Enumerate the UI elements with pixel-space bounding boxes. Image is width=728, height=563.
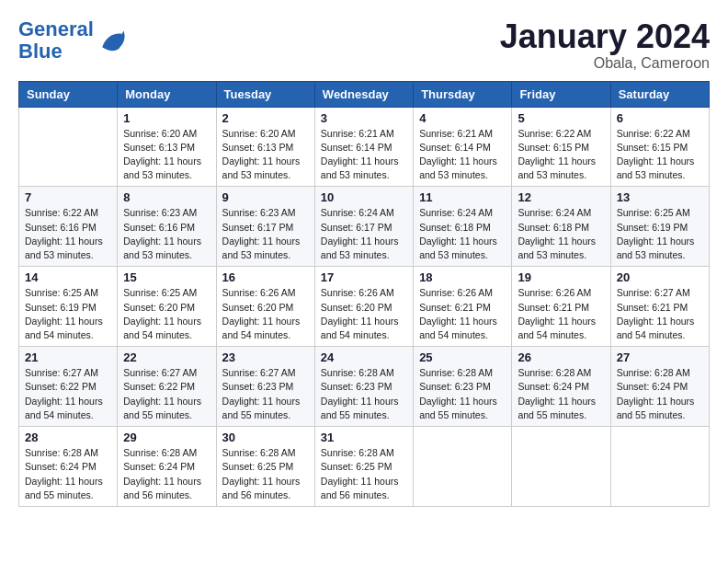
day-number: 9 [222,190,309,204]
calendar-cell [414,427,512,507]
calendar-cell [512,427,610,507]
week-row-2: 7Sunrise: 6:22 AM Sunset: 6:16 PM Daylig… [19,187,710,267]
day-info: Sunrise: 6:21 AM Sunset: 6:14 PM Dayligh… [321,127,407,183]
calendar-cell: 2Sunrise: 6:20 AM Sunset: 6:13 PM Daylig… [216,107,314,187]
location: Obala, Cameroon [500,55,710,72]
day-info: Sunrise: 6:28 AM Sunset: 6:23 PM Dayligh… [419,366,506,422]
calendar-cell: 7Sunrise: 6:22 AM Sunset: 6:16 PM Daylig… [19,187,118,267]
day-number: 6 [617,111,703,125]
day-number: 7 [25,190,111,204]
calendar-cell [610,427,709,507]
day-info: Sunrise: 6:21 AM Sunset: 6:14 PM Dayligh… [419,127,506,183]
day-number: 17 [321,270,407,284]
day-number: 10 [321,190,407,204]
calendar-cell: 24Sunrise: 6:28 AM Sunset: 6:23 PM Dayli… [314,347,413,427]
day-info: Sunrise: 6:24 AM Sunset: 6:17 PM Dayligh… [321,206,407,262]
weekday-header-wednesday: Wednesday [314,81,413,107]
calendar-cell: 26Sunrise: 6:28 AM Sunset: 6:24 PM Dayli… [512,347,610,427]
day-info: Sunrise: 6:28 AM Sunset: 6:25 PM Dayligh… [321,446,407,502]
logo-bird-icon [96,24,129,57]
day-number: 29 [123,431,210,444]
calendar-cell: 1Sunrise: 6:20 AM Sunset: 6:13 PM Daylig… [118,107,216,187]
day-info: Sunrise: 6:28 AM Sunset: 6:24 PM Dayligh… [617,366,703,422]
calendar-table: SundayMondayTuesdayWednesdayThursdayFrid… [18,81,710,507]
calendar-cell: 5Sunrise: 6:22 AM Sunset: 6:15 PM Daylig… [512,107,610,187]
calendar-cell: 20Sunrise: 6:27 AM Sunset: 6:21 PM Dayli… [610,267,709,347]
calendar-cell: 25Sunrise: 6:28 AM Sunset: 6:23 PM Dayli… [414,347,512,427]
day-number: 25 [419,350,506,364]
day-info: Sunrise: 6:25 AM Sunset: 6:20 PM Dayligh… [123,286,210,342]
calendar-cell: 16Sunrise: 6:26 AM Sunset: 6:20 PM Dayli… [216,267,314,347]
weekday-header-thursday: Thursday [414,81,512,107]
day-number: 1 [123,111,210,125]
day-info: Sunrise: 6:26 AM Sunset: 6:21 PM Dayligh… [518,286,604,342]
calendar-cell: 17Sunrise: 6:26 AM Sunset: 6:20 PM Dayli… [314,267,413,347]
week-row-5: 28Sunrise: 6:28 AM Sunset: 6:24 PM Dayli… [19,427,710,507]
day-number: 19 [518,270,604,284]
calendar-cell: 3Sunrise: 6:21 AM Sunset: 6:14 PM Daylig… [314,107,413,187]
calendar-cell: 28Sunrise: 6:28 AM Sunset: 6:24 PM Dayli… [19,427,118,507]
weekday-header-sunday: Sunday [19,81,118,107]
day-info: Sunrise: 6:22 AM Sunset: 6:15 PM Dayligh… [617,127,703,183]
calendar-cell: 27Sunrise: 6:28 AM Sunset: 6:24 PM Dayli… [610,347,709,427]
day-number: 16 [222,270,309,284]
day-info: Sunrise: 6:23 AM Sunset: 6:17 PM Dayligh… [222,206,309,262]
title-block: January 2024 Obala, Cameroon [500,18,710,72]
calendar-cell: 10Sunrise: 6:24 AM Sunset: 6:17 PM Dayli… [314,187,413,267]
calendar-cell: 9Sunrise: 6:23 AM Sunset: 6:17 PM Daylig… [216,187,314,267]
day-number: 30 [222,431,309,444]
day-info: Sunrise: 6:28 AM Sunset: 6:24 PM Dayligh… [123,446,210,502]
day-number: 21 [25,350,111,364]
day-number: 12 [518,190,604,204]
calendar-cell: 15Sunrise: 6:25 AM Sunset: 6:20 PM Dayli… [118,267,216,347]
calendar-cell: 4Sunrise: 6:21 AM Sunset: 6:14 PM Daylig… [414,107,512,187]
logo-text: General [18,18,94,40]
logo-text2: Blue [18,40,94,63]
day-info: Sunrise: 6:28 AM Sunset: 6:24 PM Dayligh… [25,446,111,502]
calendar-cell: 19Sunrise: 6:26 AM Sunset: 6:21 PM Dayli… [512,267,610,347]
day-info: Sunrise: 6:27 AM Sunset: 6:22 PM Dayligh… [123,366,210,422]
calendar-cell: 21Sunrise: 6:27 AM Sunset: 6:22 PM Dayli… [19,347,118,427]
week-row-1: 1Sunrise: 6:20 AM Sunset: 6:13 PM Daylig… [19,107,710,187]
calendar-cell: 29Sunrise: 6:28 AM Sunset: 6:24 PM Dayli… [118,427,216,507]
day-number: 28 [25,431,111,444]
calendar-cell: 31Sunrise: 6:28 AM Sunset: 6:25 PM Dayli… [314,427,413,507]
day-number: 18 [419,270,506,284]
day-number: 31 [321,431,407,444]
week-row-3: 14Sunrise: 6:25 AM Sunset: 6:19 PM Dayli… [19,267,710,347]
day-info: Sunrise: 6:20 AM Sunset: 6:13 PM Dayligh… [123,127,210,183]
day-info: Sunrise: 6:24 AM Sunset: 6:18 PM Dayligh… [518,206,604,262]
day-number: 24 [321,350,407,364]
calendar-cell: 14Sunrise: 6:25 AM Sunset: 6:19 PM Dayli… [19,267,118,347]
week-row-4: 21Sunrise: 6:27 AM Sunset: 6:22 PM Dayli… [19,347,710,427]
day-info: Sunrise: 6:28 AM Sunset: 6:23 PM Dayligh… [321,366,407,422]
day-number: 23 [222,350,309,364]
day-info: Sunrise: 6:28 AM Sunset: 6:25 PM Dayligh… [222,446,309,502]
day-number: 11 [419,190,506,204]
weekday-header-saturday: Saturday [610,81,709,107]
calendar-cell: 30Sunrise: 6:28 AM Sunset: 6:25 PM Dayli… [216,427,314,507]
day-info: Sunrise: 6:26 AM Sunset: 6:20 PM Dayligh… [222,286,309,342]
calendar-cell: 13Sunrise: 6:25 AM Sunset: 6:19 PM Dayli… [610,187,709,267]
day-info: Sunrise: 6:27 AM Sunset: 6:21 PM Dayligh… [617,286,703,342]
day-number: 22 [123,350,210,364]
weekday-header-friday: Friday [512,81,610,107]
calendar-cell: 8Sunrise: 6:23 AM Sunset: 6:16 PM Daylig… [118,187,216,267]
weekday-header-monday: Monday [118,81,216,107]
day-number: 2 [222,111,309,125]
calendar-cell: 11Sunrise: 6:24 AM Sunset: 6:18 PM Dayli… [414,187,512,267]
day-number: 8 [123,190,210,204]
day-info: Sunrise: 6:22 AM Sunset: 6:16 PM Dayligh… [25,206,111,262]
day-number: 5 [518,111,604,125]
day-info: Sunrise: 6:25 AM Sunset: 6:19 PM Dayligh… [617,206,703,262]
day-number: 15 [123,270,210,284]
day-info: Sunrise: 6:26 AM Sunset: 6:20 PM Dayligh… [321,286,407,342]
day-info: Sunrise: 6:24 AM Sunset: 6:18 PM Dayligh… [419,206,506,262]
day-info: Sunrise: 6:25 AM Sunset: 6:19 PM Dayligh… [25,286,111,342]
calendar-cell: 6Sunrise: 6:22 AM Sunset: 6:15 PM Daylig… [610,107,709,187]
day-number: 26 [518,350,604,364]
day-info: Sunrise: 6:27 AM Sunset: 6:23 PM Dayligh… [222,366,309,422]
day-info: Sunrise: 6:26 AM Sunset: 6:21 PM Dayligh… [419,286,506,342]
day-number: 3 [321,111,407,125]
month-title: January 2024 [500,18,710,55]
